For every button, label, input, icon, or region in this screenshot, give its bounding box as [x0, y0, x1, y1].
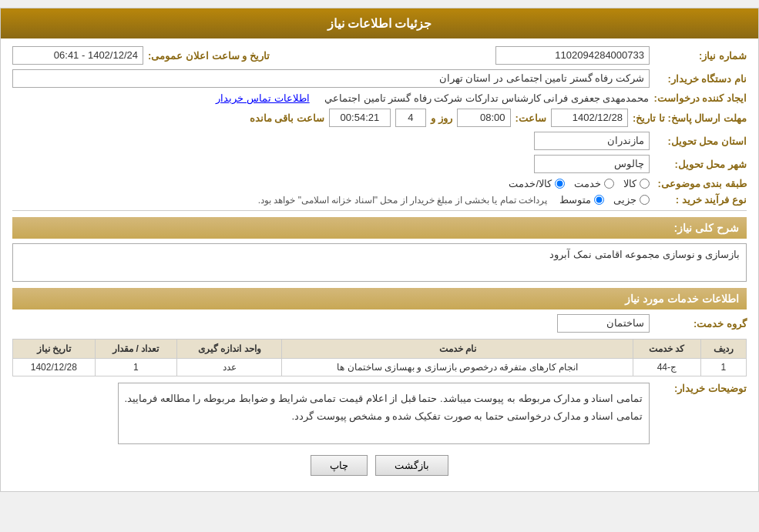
need-number-row: شماره نیاز: 1102094284000733 تاریخ و ساع… [12, 46, 747, 65]
buyer-org-row: نام دستگاه خریدار: شرکت رفاه گستر تامین … [12, 69, 747, 88]
description-box: بازسازی و نوسازی مجموعه اقامتی نمک آبرود [12, 243, 747, 282]
radio-jozi: جزیی [613, 194, 650, 206]
purchase-type-note: پرداخت تمام یا بخشی از مبلغ خریدار از مح… [258, 195, 547, 206]
services-table: ردیف کد خدمت نام خدمت واحد اندازه گیری ت… [12, 339, 747, 376]
content-area: شماره نیاز: 1102094284000733 تاریخ و ساع… [1, 38, 758, 491]
col-row: ردیف [700, 340, 746, 359]
province-row: استان محل تحویل: مازندران [12, 132, 747, 150]
page-wrapper: جزئیات اطلاعات نیاز شماره نیاز: 11020942… [0, 8, 759, 492]
services-header-text: اطلاعات خدمات مورد نیاز [625, 293, 739, 305]
creator-row: ایجاد کننده درخواست: محمدمهدی جعفری فران… [12, 92, 747, 104]
city-label: شهر محل تحویل: [654, 159, 747, 170]
deadline-row: مهلت ارسال پاسخ: تا تاریخ: 1402/12/28 سا… [12, 109, 747, 127]
col-code: کد خدمت [633, 340, 701, 359]
creator-name: محمدمهدی جعفری فرانی کارشناس تداركات شرك… [324, 92, 650, 104]
category-radio-group: کالا خدمت کالا/خدمت [509, 178, 650, 189]
province-label: استان محل تحویل: [654, 136, 747, 147]
need-number-value: 1102094284000733 [495, 46, 650, 65]
cell-name: انجام کارهای متفرقه درخصوص بازسازی و بهس… [282, 359, 633, 376]
city-value: چالوس [534, 155, 650, 173]
radio-motevaset-input[interactable] [594, 195, 604, 205]
announce-value: 1402/12/24 - 06:41 [12, 46, 143, 65]
radio-motevaset: متوسط [559, 194, 604, 206]
description-value: بازسازی و نوسازی مجموعه اقامتی نمک آبرود [549, 249, 740, 260]
cell-date: 1402/12/28 [13, 359, 96, 376]
time-label: ساعت: [516, 112, 546, 124]
city-row: شهر محل تحویل: چالوس [12, 155, 747, 173]
buyer-notes-box: تمامی اسناد و مدارک مربوطه به پیوست میبا… [118, 383, 650, 444]
cell-unit: عدد [177, 359, 282, 376]
table-row: 1ج-44انجام کارهای متفرقه درخصوص بازسازی … [13, 359, 747, 376]
category-row: طبقه بندی موضوعی: کالا خدمت کالا/خدمت [12, 178, 747, 189]
cell-code: ج-44 [633, 359, 701, 376]
service-group-label: گروه خدمت: [654, 318, 747, 330]
province-value: مازندران [534, 132, 650, 150]
need-number-label: شماره نیاز: [654, 50, 747, 62]
buyer-org-value: شرکت رفاه گستر تامین اجتماعی در استان ته… [12, 69, 650, 88]
col-name: نام خدمت [282, 340, 633, 359]
radio-kala: کالا [623, 178, 650, 189]
buyer-org-label: نام دستگاه خریدار: [654, 73, 747, 85]
remaining-label: ساعت باقی مانده [250, 112, 324, 124]
back-button[interactable]: بازگشت [375, 455, 448, 476]
radio-kala-khadamat-label: کالا/خدمت [509, 178, 552, 189]
radio-kala-khadamat-input[interactable] [555, 179, 565, 189]
deadline-label: مهلت ارسال پاسخ: تا تاریخ: [633, 112, 747, 124]
deadline-time: 08:00 [457, 109, 511, 127]
contact-link[interactable]: اطلاعات تماس خریدار [216, 92, 309, 104]
col-date: تاریخ نیاز [13, 340, 96, 359]
button-area: بازگشت چاپ [12, 455, 747, 476]
radio-khadamat-label: خدمت [574, 178, 601, 189]
creator-label: ایجاد کننده درخواست: [653, 92, 747, 104]
deadline-days: 4 [395, 109, 426, 127]
col-unit: واحد اندازه گیری [177, 340, 282, 359]
radio-motevaset-label: متوسط [559, 194, 591, 206]
cell-row: 1 [700, 359, 746, 376]
deadline-date: 1402/12/28 [551, 109, 628, 127]
radio-khadamat: خدمت [574, 178, 614, 189]
category-label: طبقه بندی موضوعی: [654, 178, 747, 189]
buyer-notes-row: توضیحات خریدار: تمامی اسناد و مدارک مربو… [12, 383, 747, 444]
table-header-row: ردیف کد خدمت نام خدمت واحد اندازه گیری ت… [13, 340, 747, 359]
buyer-notes-line2: تمامی اسناد و مدارک درخواستی حتما به صور… [125, 407, 643, 425]
days-label: روز و [431, 112, 452, 124]
service-group-row: گروه خدمت: ساختمان [12, 314, 747, 333]
buyer-notes-label: توضیحات خریدار: [654, 383, 747, 394]
buyer-notes-line1: تمامی اسناد و مدارک مربوطه به پیوست میبا… [125, 390, 643, 407]
purchase-type-radio-group: جزیی متوسط [559, 194, 650, 206]
radio-kala-khadamat: کالا/خدمت [509, 178, 565, 189]
services-section-header: اطلاعات خدمات مورد نیاز [12, 288, 747, 309]
purchase-type-row: نوع فرآیند خرید : جزیی متوسط پرداخت تمام… [12, 194, 747, 206]
cell-qty: 1 [95, 359, 176, 376]
announce-label: تاریخ و ساعت اعلان عمومی: [148, 50, 270, 62]
radio-kala-label: کالا [623, 178, 636, 189]
page-title: جزئیات اطلاعات نیاز [327, 17, 432, 30]
page-header: جزئیات اطلاعات نیاز [1, 8, 758, 38]
print-button[interactable]: چاپ [311, 455, 368, 476]
radio-jozi-input[interactable] [640, 195, 650, 205]
service-group-value: ساختمان [557, 314, 650, 333]
col-qty: تعداد / مقدار [95, 340, 176, 359]
purchase-type-label: نوع فرآیند خرید : [654, 194, 747, 206]
radio-jozi-label: جزیی [613, 194, 636, 206]
radio-khadamat-input[interactable] [604, 179, 614, 189]
description-section-header: شرح کلی نیاز: [12, 217, 747, 239]
deadline-remaining: 00:54:21 [329, 109, 391, 127]
description-label: شرح کلی نیاز: [674, 222, 739, 234]
radio-kala-input[interactable] [640, 179, 650, 189]
